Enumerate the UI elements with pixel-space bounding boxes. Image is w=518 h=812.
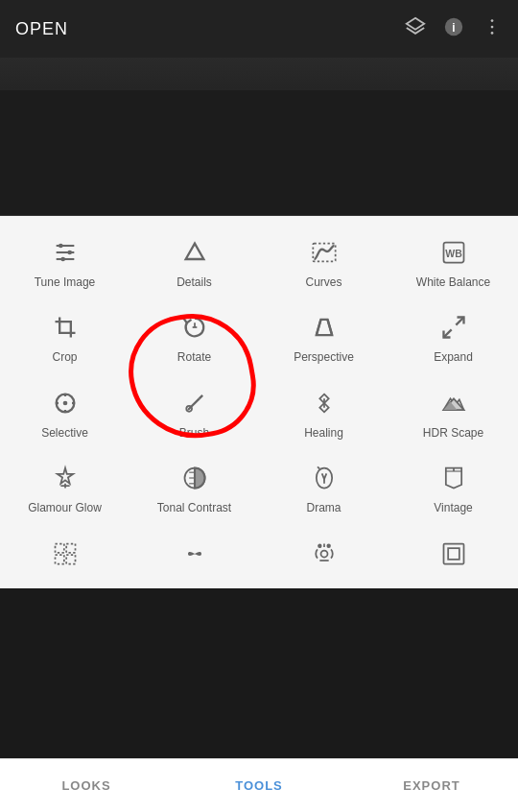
grunge-icon — [52, 540, 79, 571]
hdr-scape-label: HDR Scape — [423, 426, 483, 440]
tool-perspective[interactable]: Perspective — [259, 300, 388, 375]
svg-rect-48 — [55, 543, 63, 552]
svg-point-52 — [320, 550, 327, 557]
tools-grid: Tune Image Details Curves WB — [0, 226, 518, 588]
drama-icon — [311, 465, 338, 495]
hdr-scape-icon — [440, 390, 467, 420]
app-title: OPEN — [15, 19, 68, 39]
svg-line-45 — [318, 467, 319, 469]
tool-rotate[interactable]: Rotate — [130, 300, 259, 375]
brush-label: Brush — [179, 426, 209, 440]
tool-hdr-scape[interactable]: HDR Scape — [388, 376, 518, 451]
retro-icon — [311, 540, 338, 571]
svg-point-24 — [62, 400, 67, 405]
details-icon — [181, 239, 208, 270]
more-icon[interactable] — [482, 16, 503, 42]
drama-label: Drama — [306, 501, 341, 514]
svg-line-20 — [327, 320, 332, 335]
tool-glamour-glow[interactable]: Glamour Glow — [0, 451, 130, 526]
details-label: Details — [177, 275, 212, 289]
glamour-glow-icon — [52, 465, 79, 495]
tune-image-icon — [52, 239, 79, 270]
nav-looks[interactable]: LOOKS — [0, 778, 173, 793]
tool-vintage[interactable]: Vintage — [388, 451, 518, 526]
rotate-icon — [181, 314, 208, 345]
tool-selective[interactable]: Selective — [0, 376, 130, 451]
curves-icon — [311, 239, 338, 270]
svg-rect-50 — [55, 555, 63, 563]
svg-point-11 — [60, 257, 65, 262]
svg-line-31 — [199, 395, 202, 399]
svg-point-54 — [318, 544, 320, 546]
white-balance-icon: WB — [440, 239, 467, 270]
perspective-icon — [311, 314, 338, 345]
tool-retro[interactable] — [259, 527, 388, 588]
svg-marker-12 — [185, 244, 203, 259]
frames-icon — [440, 540, 467, 571]
svg-rect-51 — [66, 555, 75, 563]
svg-marker-0 — [407, 17, 424, 29]
crop-label: Crop — [52, 350, 77, 364]
svg-point-4 — [491, 25, 494, 28]
svg-point-5 — [491, 32, 494, 35]
bottom-nav: LOOKS TOOLS EXPORT — [0, 758, 518, 812]
svg-line-21 — [456, 318, 463, 325]
vintage-icon — [440, 465, 467, 495]
svg-rect-58 — [448, 548, 459, 560]
crop-icon — [52, 314, 79, 345]
tool-healing[interactable]: Healing — [259, 376, 388, 451]
tool-frames[interactable] — [388, 527, 518, 588]
image-preview — [0, 58, 518, 216]
rotate-label: Rotate — [177, 350, 211, 364]
tool-expand[interactable]: Expand — [388, 300, 518, 375]
svg-rect-49 — [66, 543, 75, 552]
svg-text:WB: WB — [445, 248, 462, 259]
svg-point-10 — [67, 251, 72, 255]
svg-line-22 — [443, 330, 451, 338]
tool-details[interactable]: Details — [130, 226, 259, 300]
vintage-label: Vintage — [434, 501, 472, 514]
top-bar: OPEN i — [0, 0, 518, 58]
svg-line-19 — [316, 320, 320, 335]
perspective-label: Perspective — [294, 350, 354, 364]
expand-label: Expand — [434, 350, 473, 364]
svg-point-55 — [327, 544, 329, 546]
tool-tune-image[interactable]: Tune Image — [0, 226, 130, 300]
nav-export[interactable]: EXPORT — [345, 778, 518, 793]
tonal-contrast-icon — [181, 465, 208, 495]
top-bar-icons: i — [405, 16, 503, 42]
svg-point-3 — [491, 19, 494, 22]
tool-face[interactable] — [130, 527, 259, 588]
curves-label: Curves — [305, 275, 341, 289]
expand-icon — [440, 314, 467, 345]
tools-area: Tune Image Details Curves WB — [0, 216, 518, 588]
svg-rect-57 — [443, 543, 463, 563]
tool-white-balance[interactable]: WB White Balance — [388, 226, 518, 300]
selective-icon — [52, 390, 79, 420]
layers-icon[interactable] — [405, 16, 426, 42]
healing-label: Healing — [304, 426, 343, 440]
tune-image-label: Tune Image — [35, 275, 96, 289]
white-balance-label: White Balance — [416, 275, 490, 289]
healing-icon — [311, 390, 338, 420]
tool-crop[interactable]: Crop — [0, 300, 130, 375]
info-icon[interactable]: i — [443, 16, 464, 42]
tool-brush[interactable]: Brush — [130, 376, 259, 451]
image-dark-area — [0, 90, 518, 215]
svg-line-29 — [188, 398, 200, 410]
tool-drama[interactable]: Drama — [259, 451, 388, 526]
glamour-glow-label: Glamour Glow — [28, 501, 102, 514]
tool-curves[interactable]: Curves — [259, 226, 388, 300]
svg-text:i: i — [452, 20, 455, 34]
tool-grunge[interactable] — [0, 527, 130, 588]
svg-point-9 — [59, 244, 63, 249]
face-icon — [181, 540, 208, 571]
tool-tonal-contrast[interactable]: Tonal Contrast — [130, 451, 259, 526]
nav-tools[interactable]: TOOLS — [173, 778, 345, 793]
svg-marker-36 — [57, 468, 72, 484]
tonal-contrast-label: Tonal Contrast — [157, 501, 231, 514]
brush-icon — [181, 390, 208, 420]
selective-label: Selective — [41, 426, 88, 440]
